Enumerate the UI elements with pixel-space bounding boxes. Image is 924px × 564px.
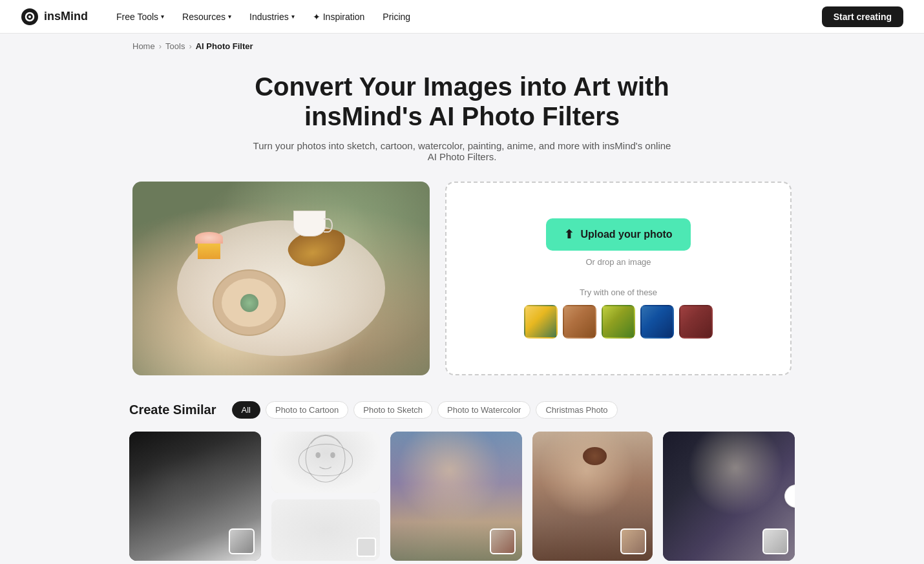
hero-section: Convert Your Images into Art with insMin… [0,59,924,182]
svg-point-5 [331,452,336,458]
gallery-card-1[interactable] [129,432,261,561]
breadcrumb-sep-1: › [159,41,162,51]
nav-industries-label: Industries [249,12,289,22]
preview-scene [132,182,430,375]
svg-point-2 [28,16,31,18]
nav-inspiration-label: Inspiration [323,12,365,22]
start-creating-button[interactable]: Start creating [822,6,903,27]
gallery-card-2a[interactable] [271,432,379,493]
nav-resources[interactable]: Resources ▾ [174,8,239,26]
breadcrumb-tools[interactable]: Tools [165,41,185,51]
nav-resources-label: Resources [182,12,226,22]
site-logo[interactable]: insMind [21,8,88,26]
logo-icon [21,8,39,26]
nav-pricing[interactable]: Pricing [375,8,418,26]
gallery-card-5[interactable] [663,432,795,561]
nav-free-tools[interactable]: Free Tools ▾ [109,8,172,26]
breadcrumb-sep-2: › [189,41,191,51]
nav-free-tools-label: Free Tools [116,12,158,22]
chevron-down-icon: ▾ [161,13,164,20]
sample-thumb-4[interactable] [640,305,674,339]
upload-icon: ⬆ [564,227,574,242]
gallery-header: Create Similar All Photo to Cartoon Phot… [129,401,795,419]
upload-button-label: Upload your photo [580,229,672,240]
breadcrumb: Home › Tools › AI Photo Filter [0,34,924,59]
breadcrumb-home[interactable]: Home [132,41,155,51]
sample-thumb-5[interactable] [679,305,713,339]
cupcake-decor [198,240,220,259]
chevron-down-icon: ▾ [228,13,231,20]
navbar: insMind Free Tools ▾ Resources ▾ Industr… [0,0,924,34]
breadcrumb-current: AI Photo Filter [196,41,253,51]
nav-industries[interactable]: Industries ▾ [242,8,302,26]
nav-inspiration[interactable]: ✦ Inspiration [305,8,373,26]
filter-watercolor[interactable]: Photo to Watercolor [437,401,530,419]
gallery-grid: › [129,432,795,561]
drop-text: Or drop an image [585,257,651,267]
upload-button[interactable]: ⬆ Upload your photo [546,218,690,251]
gallery-section: Create Similar All Photo to Cartoon Phot… [0,401,924,564]
gallery-card-2b[interactable] [271,499,379,561]
chevron-down-icon: ▾ [291,13,295,20]
teacup-decor [293,211,326,236]
sample-thumb-1[interactable] [524,305,558,339]
gallery-title: Create Similar [129,402,216,417]
filter-all[interactable]: All [232,401,260,419]
filter-cartoon[interactable]: Photo to Cartoon [266,401,348,419]
sample-thumbnails [524,305,713,339]
page-title: Convert Your Images into Art with insMin… [210,72,714,131]
filter-sketch[interactable]: Photo to Sketch [353,401,432,419]
donut-decor [222,278,277,327]
gallery-card-3[interactable] [390,432,522,561]
sample-thumb-3[interactable] [602,305,635,339]
logo-text: insMind [44,10,88,23]
svg-point-4 [316,452,321,458]
filter-christmas[interactable]: Christmas Photo [536,401,617,419]
gallery-card-sketch-pair [271,432,379,561]
page-subtitle: Turn your photos into sketch, cartoon, w… [252,140,672,162]
gallery-card-4[interactable] [532,432,653,561]
upload-panel: ⬆ Upload your photo Or drop an image Try… [445,182,792,375]
sample-thumb-2[interactable] [563,305,596,339]
gallery-filters: All Photo to Cartoon Photo to Sketch Pho… [232,401,618,419]
photo-preview [132,182,430,375]
star-icon: ✦ [313,12,320,22]
main-content: ⬆ Upload your photo Or drop an image Try… [0,182,924,375]
try-label: Try with one of these [580,287,657,297]
nav-links: Free Tools ▾ Resources ▾ Industries ▾ ✦ … [109,8,822,26]
nav-pricing-label: Pricing [383,12,410,22]
